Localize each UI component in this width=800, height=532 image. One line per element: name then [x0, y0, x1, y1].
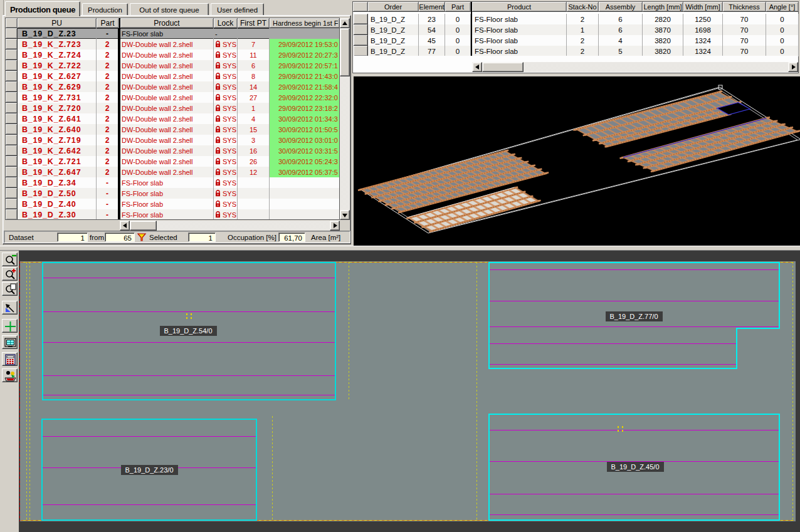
svg-text:B_19_D_Z.77/0: B_19_D_Z.77/0 — [609, 313, 658, 320]
svg-text:B_19_D_Z.54/0: B_19_D_Z.54/0 — [164, 327, 212, 335]
svg-text:B_19_D_Z.45/0: B_19_D_Z.45/0 — [611, 463, 659, 471]
svg-text:B_19_D_Z.23/0: B_19_D_Z.23/0 — [125, 466, 173, 474]
